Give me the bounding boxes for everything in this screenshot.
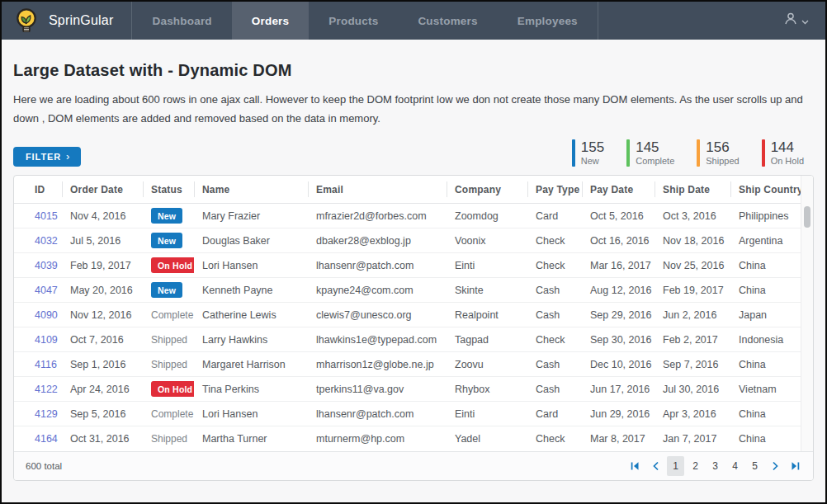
chevron-right-icon: › <box>66 153 70 161</box>
order-id-link[interactable]: 4109 <box>35 334 58 346</box>
nav-item-products[interactable]: Products <box>309 2 398 40</box>
cell-ship-date: Nov 18, 2016 <box>655 228 730 253</box>
cell-name: Mary Frazier <box>194 204 308 228</box>
cell-pay-type: Card <box>527 204 582 228</box>
cell-pay-type: Check <box>527 253 582 278</box>
order-id-link[interactable]: 4090 <box>35 309 58 321</box>
page-description: Here we are loading about 600 rows in on… <box>13 90 814 129</box>
nav-item-orders[interactable]: Orders <box>232 2 309 40</box>
page-last-button[interactable] <box>787 456 805 476</box>
cell-name: Tina Perkins <box>194 377 308 402</box>
cell-pay-date: Dec 10, 2016 <box>582 352 655 377</box>
top-nav-bar: SprinGular DashboardOrdersProductsCustom… <box>2 2 825 40</box>
page-number-3[interactable]: 3 <box>706 456 724 476</box>
column-header-order-date: Order Date <box>62 176 143 204</box>
cell-ship-country: China <box>730 253 805 278</box>
cell-pay-date: Mar 16, 2017 <box>582 253 655 278</box>
cell-email: mturnerm@hp.com <box>308 426 447 451</box>
cell-pay-date: Jun 17, 2016 <box>582 377 655 402</box>
status-badge: New <box>151 282 182 298</box>
column-header-status: Status <box>143 176 194 204</box>
page-next-button[interactable] <box>766 456 784 476</box>
cell-pay-type: Card <box>527 402 582 426</box>
cell-ship-country: Vietnam <box>730 377 805 402</box>
cell-company: Zoovu <box>447 352 527 377</box>
order-id-link[interactable]: 4047 <box>35 285 58 296</box>
user-menu[interactable] <box>783 2 825 40</box>
nav-item-employees[interactable]: Employees <box>498 2 598 40</box>
stat-color-bar <box>762 139 765 167</box>
cell-order-date: Nov 12, 2016 <box>62 303 143 327</box>
status-badge: New <box>151 208 182 224</box>
page-first-button[interactable] <box>626 456 644 476</box>
column-header-ship-date: Ship Date <box>655 176 730 204</box>
column-header-pay-date: Pay Date <box>582 176 655 204</box>
cell-order-date: Oct 31, 2016 <box>62 426 143 451</box>
filter-button[interactable]: FILTER › <box>13 147 81 167</box>
order-id-link[interactable]: 4032 <box>35 235 58 247</box>
brand-name: SprinGular <box>49 13 113 28</box>
cell-order-date: Oct 7, 2016 <box>62 327 143 352</box>
cell-name: Margaret Harrison <box>194 352 308 377</box>
bulb-leaf-logo-icon <box>12 5 40 36</box>
app-window: SprinGular DashboardOrdersProductsCustom… <box>0 0 827 504</box>
order-id-link[interactable]: 4122 <box>35 384 58 395</box>
page-number-5[interactable]: 5 <box>746 456 763 476</box>
cell-ship-date: Nov 25, 2016 <box>655 253 730 278</box>
scrollbar-thumb[interactable] <box>804 206 810 228</box>
cell-id: 4109 <box>14 327 62 352</box>
pagination-pages: 12345 <box>667 456 763 476</box>
status-badge: Shipped <box>151 359 187 370</box>
table-row: 4015Nov 4, 2016NewMary Fraziermfrazier2d… <box>14 204 805 228</box>
cell-email: tperkins11@va.gov <box>308 377 447 402</box>
column-header-pay-type: Pay Type <box>527 176 582 204</box>
cell-email: clewis7@unesco.org <box>308 303 447 327</box>
nav-item-dashboard[interactable]: Dashboard <box>132 2 231 40</box>
cell-id: 4032 <box>14 228 62 253</box>
cell-name: Douglas Baker <box>194 228 308 253</box>
order-id-link[interactable]: 4129 <box>35 408 58 420</box>
cell-company: Realpoint <box>447 303 527 327</box>
page-number-1[interactable]: 1 <box>667 456 684 476</box>
order-id-link[interactable]: 4164 <box>35 433 58 445</box>
vertical-scrollbar[interactable] <box>801 176 813 451</box>
cell-ship-country: China <box>730 426 805 451</box>
cell-ship-date: Jan 7, 2017 <box>655 426 730 451</box>
cell-status: New <box>143 228 194 253</box>
column-header-name: Name <box>194 176 308 204</box>
cell-ship-date: Oct 3, 2016 <box>655 204 730 228</box>
cell-company: Rhybox <box>447 377 527 402</box>
cell-order-date: Apr 24, 2016 <box>62 377 143 402</box>
cell-ship-date: Jul 30, 2016 <box>655 377 730 402</box>
stat-value: 155 <box>581 140 604 155</box>
cell-order-date: Jul 5, 2016 <box>62 228 143 253</box>
cell-pay-date: Aug 12, 2016 <box>582 278 655 303</box>
page-number-2[interactable]: 2 <box>687 456 704 476</box>
cell-pay-type: Cash <box>527 278 582 303</box>
stat-value: 145 <box>636 140 674 155</box>
cell-id: 4090 <box>14 303 62 327</box>
cell-pay-date: Mar 8, 2017 <box>582 426 655 451</box>
table-row: 4164Oct 31, 2016ShippedMartha Turnermtur… <box>14 426 805 451</box>
status-badge: On Hold <box>151 381 194 397</box>
cell-email: lhansenr@patch.com <box>308 253 447 278</box>
column-header-company: Company <box>447 176 527 204</box>
order-id-link[interactable]: 4116 <box>35 359 57 370</box>
cell-status: Shipped <box>143 352 194 377</box>
cell-id: 4116 <box>14 352 62 377</box>
table-footer: 600 total 12345 <box>14 451 813 480</box>
status-badge: Shipped <box>151 334 187 346</box>
stat-color-bar <box>572 139 575 167</box>
brand[interactable]: SprinGular <box>2 2 131 40</box>
cell-name: Martha Turner <box>194 426 308 451</box>
cell-status: Shipped <box>143 426 194 451</box>
filter-button-label: FILTER <box>26 152 61 162</box>
page-content: Large Dataset with - Dynamic DOM Here we… <box>2 40 825 481</box>
table-row: 4122Apr 24, 2016On HoldTina Perkinstperk… <box>14 377 805 402</box>
order-id-link[interactable]: 4015 <box>35 210 58 222</box>
page-prev-button[interactable] <box>646 456 664 476</box>
page-number-4[interactable]: 4 <box>726 456 744 476</box>
nav-item-customers[interactable]: Customers <box>398 2 497 40</box>
status-badge: Complete <box>151 408 193 420</box>
order-id-link[interactable]: 4039 <box>35 260 58 271</box>
